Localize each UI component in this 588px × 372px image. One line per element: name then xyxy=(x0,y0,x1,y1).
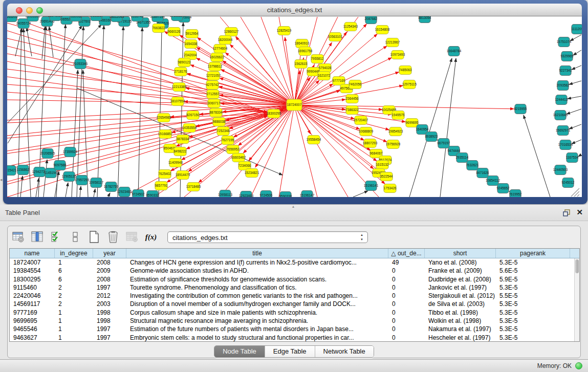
table-row[interactable]: 946554611997Estimation of the future num… xyxy=(10,325,574,333)
graph-edge xyxy=(118,27,123,197)
tab-network-table[interactable]: Network Table xyxy=(315,346,374,357)
table-cell: 5.6E-5 xyxy=(496,267,570,275)
column-header-title[interactable]: title xyxy=(126,249,388,258)
graph-node-label: 12721057 xyxy=(206,74,221,77)
graph-node-label: 5912954 xyxy=(186,32,199,35)
table-vertical-scrollbar[interactable] xyxy=(574,258,579,341)
graph-node-label: 10563101 xyxy=(328,35,343,38)
table-settings-icon[interactable] xyxy=(12,230,25,244)
table-cell: 0 xyxy=(388,267,425,275)
table-cell: 1 xyxy=(55,258,93,267)
table-cell: Dudbridge et al. (2008) xyxy=(425,275,496,283)
table-select-combobox[interactable]: citations_edges.txt ▲▼ xyxy=(167,231,368,243)
graph-edge xyxy=(108,193,110,197)
function-builder-icon[interactable]: f(x) xyxy=(144,230,158,244)
graph-edge xyxy=(569,81,581,84)
attribute-table: namein_degreeyeartitle△ out_de...shortpa… xyxy=(9,248,580,342)
table-panel-title: Table Panel xyxy=(5,209,40,216)
panel-splitter-arrow-icon[interactable]: ▴ xyxy=(292,204,294,209)
float-panel-icon[interactable] xyxy=(562,209,571,217)
table-row[interactable]: 1938455462009Genome-wide association stu… xyxy=(10,267,574,275)
graph-node-label: 17359924 xyxy=(63,150,78,154)
column-header-pagerank[interactable]: pagerank xyxy=(496,249,570,258)
delete-table-icon[interactable] xyxy=(125,230,139,244)
row-toggle-icon[interactable] xyxy=(69,230,82,244)
network-canvas[interactable]: 2405572420691406106552571527602846616010… xyxy=(7,16,582,197)
graph-edge xyxy=(43,160,47,197)
new-column-icon[interactable] xyxy=(88,230,101,244)
graph-node-label: 18724007 xyxy=(287,103,302,106)
table-cell: 1997 xyxy=(93,334,126,341)
tab-edge-table[interactable]: Edge Table xyxy=(265,346,315,357)
table-row[interactable]: 969969511998Structural magnetic resonanc… xyxy=(10,317,574,325)
graph-node-label: 20206505 xyxy=(40,151,55,155)
table-row[interactable]: 911546021997Tourette syndrome. Phenomeno… xyxy=(10,283,574,292)
column-header-name[interactable]: name xyxy=(10,249,55,258)
column-header-out-de-[interactable]: △ out_de... xyxy=(388,249,425,258)
scrollbar-thumb[interactable] xyxy=(575,259,579,273)
table-row[interactable]: 977716911998Corpus callosum shape and si… xyxy=(10,309,574,317)
table-row[interactable]: 1872400712008Changes of HCN gene express… xyxy=(10,258,574,267)
graph-node-label: 1665205 xyxy=(7,16,18,18)
table-cell: Nakamura et al. (1997) xyxy=(425,325,496,333)
table-cell: Estimation of significance thresholds fo… xyxy=(126,275,388,283)
table-cell: 1998 xyxy=(93,309,126,317)
select-columns-icon[interactable] xyxy=(50,230,63,244)
graph-edge xyxy=(578,155,581,157)
table-cell: 0 xyxy=(388,283,425,292)
table-cell: Changes of HCN gene expression and I(f) … xyxy=(126,258,388,267)
graph-node-label: 8590332 xyxy=(146,193,159,197)
table-row[interactable]: 1456911722003Disruption of a novel membe… xyxy=(10,300,574,308)
graph-node-label: 11409948 xyxy=(168,161,183,164)
graph-node-label: 9356743 xyxy=(131,16,144,18)
table-cell: 5.3E-5 xyxy=(496,334,570,341)
table-row[interactable]: 946362711997Embryonic stem cells: a mode… xyxy=(10,334,574,341)
graph-node-label: 13718485 xyxy=(186,185,201,188)
graph-node-label: 6794028 xyxy=(319,66,332,70)
graph-node-label: 8878334 xyxy=(210,111,223,114)
column-header-in-degree[interactable]: in_degree xyxy=(55,249,93,258)
table-cell: Tibbo et al. (1998) xyxy=(425,309,496,317)
table-row[interactable]: 2242004622012Investigating the contribut… xyxy=(10,292,574,300)
graph-node-label: 2718176 xyxy=(175,70,187,73)
graph-node-label: 9474444 xyxy=(448,149,461,152)
graph-edge xyxy=(524,115,550,197)
table-cell: 5.9E-5 xyxy=(496,275,570,283)
graph-node-label: 1621072 xyxy=(318,74,331,77)
graph-node-label: 7462056 xyxy=(349,82,362,86)
table-cell: Disruption of a novel member of a sodium… xyxy=(126,300,388,308)
window-titlebar[interactable]: citations_edges.txt xyxy=(7,4,582,16)
graph-node-label: 15196147 xyxy=(300,193,315,197)
table-cell: 5.3E-5 xyxy=(496,283,570,292)
resize-grip-icon[interactable] xyxy=(571,188,579,196)
tab-node-table[interactable]: Node Table xyxy=(214,346,265,357)
table-row[interactable]: 1830029562008Estimation of significance … xyxy=(10,275,574,283)
graph-node-label: 8590338 xyxy=(279,194,292,197)
graph-edge xyxy=(49,27,53,57)
table-toolbar: f(x) citations_edges.txt ▲▼ xyxy=(12,229,368,245)
table-cell: 5.3E-5 xyxy=(496,325,570,333)
graph-edge xyxy=(294,105,317,197)
table-header-row: namein_degreeyeartitle△ out_de...shortpa… xyxy=(10,249,579,258)
graph-node-label: 7234066 xyxy=(238,164,251,167)
graph-node-label: 19558454 xyxy=(307,138,321,141)
network-view-window: citations_edges.txt 24055724206914061065… xyxy=(3,0,587,204)
table-cell: 0 xyxy=(388,334,425,341)
graph-node-label: 16648784 xyxy=(447,49,462,53)
delete-column-icon[interactable] xyxy=(106,230,120,244)
table-cell: 2 xyxy=(55,300,93,308)
table-cell: 9115460 xyxy=(10,283,55,292)
column-header-year[interactable]: year xyxy=(93,249,126,258)
show-column-icon[interactable] xyxy=(31,230,44,244)
sidebar-splitter-arrow-icon[interactable]: ◂ xyxy=(0,177,3,182)
column-header-short[interactable]: short xyxy=(425,249,496,258)
graph-edge xyxy=(570,35,581,41)
graph-edge xyxy=(77,27,83,197)
table-cell: 49 xyxy=(388,258,425,267)
table-cell: 18300295 xyxy=(10,275,55,283)
table-cell: Embryonic stem cells: a model to study s… xyxy=(126,334,388,341)
table-cell: 9465546 xyxy=(10,325,55,333)
table-cell: 0 xyxy=(388,300,425,308)
graph-node-label: 10553287 xyxy=(89,16,104,17)
close-panel-icon[interactable]: ✕ xyxy=(576,208,583,217)
